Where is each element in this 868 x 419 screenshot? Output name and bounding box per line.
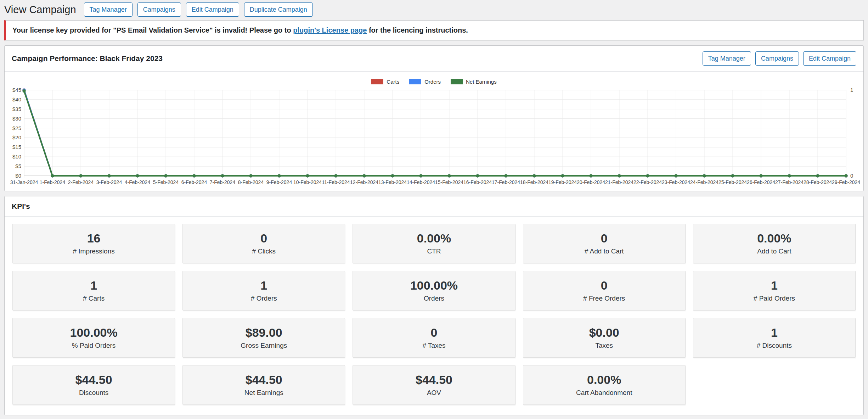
kpi-label: Taxes	[595, 342, 613, 350]
kpi-value: 0.00%	[587, 373, 621, 386]
kpi-panel-head: KPI's	[5, 196, 863, 217]
kpi-label: Discounts	[79, 389, 108, 397]
performance-panel-head: Campaign Performance: Black Friday 2023 …	[5, 46, 863, 72]
performance-panel-buttons: Tag ManagerCampaignsEdit Campaign	[703, 51, 856, 66]
x-axis-tick: 29-Feb-2024	[830, 179, 862, 185]
kpi-card-net-earnings: $44.50Net Earnings	[182, 365, 345, 405]
legend-item-orders: Orders	[409, 79, 441, 85]
data-point	[532, 174, 536, 177]
kpi-card-free-orders: 0# Free Orders	[523, 271, 686, 311]
kpi-card-impressions: 16# Impressions	[12, 224, 175, 263]
legend-label: Net Earnings	[466, 79, 497, 85]
license-page-link[interactable]: plugin's License page	[293, 26, 367, 34]
x-axis-tick: 19-Feb-2024	[546, 179, 579, 185]
x-axis-tick: 3-Feb-2024	[93, 179, 125, 185]
kpi-label: Net Earnings	[244, 389, 283, 397]
x-axis-tick: 13-Feb-2024	[376, 179, 409, 185]
x-axis-tick: 25-Feb-2024	[716, 179, 749, 185]
header-buttons: Tag ManagerCampaignsEdit CampaignDuplica…	[84, 2, 313, 17]
edit-campaign-button[interactable]: Edit Campaign	[186, 2, 239, 17]
kpi-label: Add to Cart	[757, 247, 791, 255]
duplicate-campaign-button[interactable]: Duplicate Campaign	[244, 2, 313, 17]
kpi-grid: 16# Impressions0# Clicks0.00%CTR0# Add t…	[5, 217, 863, 415]
y-axis-tick: $45	[5, 87, 21, 93]
kpi-label: # Clicks	[252, 247, 276, 255]
kpi-card-taxes: 0# Taxes	[353, 318, 515, 358]
performance-panel-title: Campaign Performance: Black Friday 2023	[12, 54, 163, 63]
data-point	[79, 174, 82, 177]
y-axis-tick: $40	[5, 96, 21, 102]
x-axis-tick: 14-Feb-2024	[405, 179, 437, 185]
x-axis-tick: 9-Feb-2024	[263, 179, 295, 185]
kpi-card-paid-orders: 100.00%% Paid Orders	[12, 318, 175, 358]
kpi-value: 0	[260, 232, 267, 245]
kpi-value: $89.00	[246, 326, 282, 339]
kpi-card-clicks: 0# Clicks	[182, 224, 345, 263]
kpi-card-carts: 1# Carts	[12, 271, 175, 311]
tag-manager-button[interactable]: Tag Manager	[703, 51, 751, 66]
data-point	[51, 174, 54, 177]
kpi-label: Cart Abandonment	[576, 389, 632, 397]
legend-swatch	[409, 79, 421, 84]
campaigns-button[interactable]: Campaigns	[137, 2, 181, 17]
kpi-label: # Paid Orders	[754, 295, 795, 302]
x-axis-tick: 8-Feb-2024	[235, 179, 267, 185]
data-point	[816, 174, 819, 177]
x-axis-tick: 5-Feb-2024	[150, 179, 182, 185]
kpi-label: # Carts	[83, 295, 105, 302]
x-axis-tick: 12-Feb-2024	[348, 179, 381, 185]
kpi-value: 100.00%	[70, 326, 117, 339]
edit-campaign-button[interactable]: Edit Campaign	[803, 51, 856, 66]
kpi-label: # Impressions	[73, 247, 114, 255]
x-axis-tick: 31-Jan-2024	[8, 179, 40, 185]
kpi-card-discounts: $44.50Discounts	[12, 365, 175, 405]
kpi-value: 16	[87, 232, 101, 245]
kpi-label: AOV	[427, 389, 441, 397]
data-point	[334, 174, 337, 177]
data-point	[476, 174, 479, 177]
x-axis-tick: 15-Feb-2024	[433, 179, 466, 185]
kpi-card-paid-orders: 1# Paid Orders	[693, 271, 856, 311]
kpi-card-add-to-cart: 0# Add to Cart	[523, 224, 686, 263]
x-axis-tick: 22-Feb-2024	[631, 179, 664, 185]
data-point	[22, 89, 26, 93]
kpi-value: $44.50	[416, 373, 452, 386]
kpi-label: % Paid Orders	[72, 342, 116, 350]
data-point	[249, 174, 252, 177]
y-axis-tick: $25	[5, 125, 21, 131]
kpi-card-ctr: 0.00%CTR	[353, 224, 515, 263]
kpi-value: 100.00%	[410, 279, 458, 292]
kpi-title: KPI's	[12, 202, 30, 211]
data-point	[504, 174, 507, 177]
y-axis-tick: $10	[5, 153, 21, 160]
x-axis-tick: 24-Feb-2024	[688, 179, 721, 185]
x-axis-tick: 11-Feb-2024	[320, 179, 352, 185]
kpi-value: $0.00	[589, 326, 619, 339]
kpi-value: 0	[601, 279, 608, 292]
data-point	[618, 174, 621, 177]
kpi-value: 0	[601, 232, 608, 245]
y-axis-tick: $0	[5, 173, 21, 179]
x-axis-tick: 18-Feb-2024	[518, 179, 551, 185]
kpi-label: Orders	[424, 295, 444, 302]
y-axis-tick: $35	[5, 106, 21, 112]
data-point	[447, 174, 451, 177]
data-point	[703, 174, 706, 177]
x-axis-tick: 26-Feb-2024	[745, 179, 777, 185]
data-point	[277, 174, 281, 177]
legend-item-net-earnings: Net Earnings	[451, 79, 497, 85]
kpi-value: 0	[431, 326, 438, 339]
kpi-value: 0.00%	[417, 232, 451, 245]
data-point	[561, 174, 564, 177]
kpi-label: # Taxes	[422, 342, 445, 350]
tag-manager-button[interactable]: Tag Manager	[84, 2, 133, 17]
campaigns-button[interactable]: Campaigns	[755, 51, 799, 66]
kpi-card-orders: 100.00%Orders	[353, 271, 515, 311]
kpi-card-cart-abandonment: 0.00%Cart Abandonment	[523, 365, 686, 405]
x-axis-tick: 6-Feb-2024	[178, 179, 210, 185]
notice-text-before: Your license key provided for "PS Email …	[12, 26, 293, 34]
data-point	[391, 174, 394, 177]
y-axis-tick: $5	[5, 163, 21, 169]
data-point	[788, 174, 791, 177]
x-axis-tick: 16-Feb-2024	[461, 179, 494, 185]
